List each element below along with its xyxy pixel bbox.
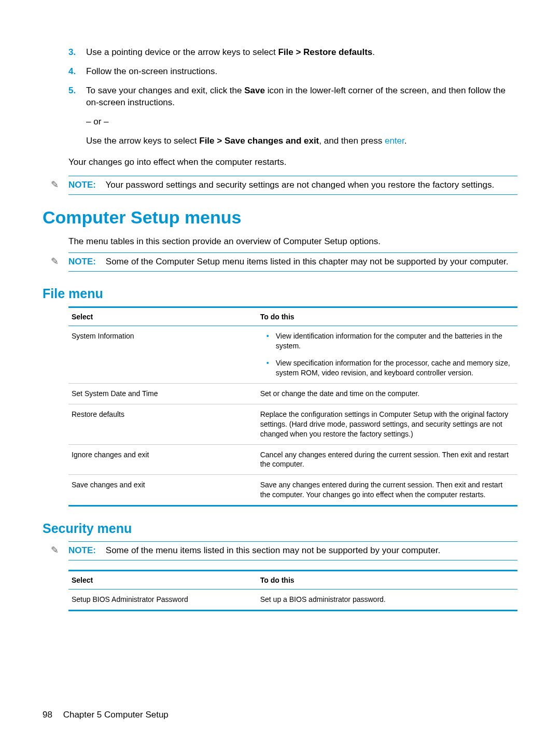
th-select: Select xyxy=(68,571,257,589)
cell-select: Setup BIOS Administrator Password xyxy=(68,589,257,611)
save-word: Save xyxy=(244,86,265,95)
chapter-label: Chapter 5 Computer Setup xyxy=(63,710,169,720)
restart-note: Your changes go into effect when the com… xyxy=(68,157,517,168)
note-block-2: ✎ NOTE: Some of the Computer Setup menu … xyxy=(68,252,517,272)
heading-security-menu: Security menu xyxy=(43,521,517,536)
note-label: NOTE: xyxy=(68,257,96,266)
step-5: 5. To save your changes and exit, click … xyxy=(68,85,517,147)
th-todo: To do this xyxy=(257,571,517,589)
note-text xyxy=(99,180,106,190)
file-menu-table: Select To do this System Information Vie… xyxy=(68,306,517,507)
note-icon: ✎ xyxy=(51,544,59,556)
note-block-3: ✎ NOTE: Some of the menu items listed in… xyxy=(68,541,517,560)
cell-todo: Set or change the date and time on the c… xyxy=(257,383,517,404)
document-page: 3. Use a pointing device or the arrow ke… xyxy=(0,0,560,611)
table-row: Set System Date and Time Set or change t… xyxy=(68,383,517,404)
page-number: 98 xyxy=(43,710,52,720)
step-3: 3. Use a pointing device or the arrow ke… xyxy=(68,47,517,59)
table-row: Ignore changes and exit Cancel any chang… xyxy=(68,444,517,475)
step-text-post: . xyxy=(372,47,375,57)
cell-todo: Set up a BIOS administrator password. xyxy=(257,589,517,611)
step-text: Use a pointing device or the arrow keys … xyxy=(86,47,278,57)
menu-path: File > Save changes and exit xyxy=(199,136,319,146)
intro-paragraph: The menu tables in this section provide … xyxy=(68,236,517,248)
heading-computer-setup-menus: Computer Setup menus xyxy=(43,207,517,228)
cell-todo: Replace the configuration settings in Co… xyxy=(257,404,517,444)
cell-select: Ignore changes and exit xyxy=(68,444,257,475)
menu-path: File > Restore defaults xyxy=(278,47,372,57)
cell-todo: Cancel any changes entered during the cu… xyxy=(257,444,517,475)
t: . xyxy=(404,136,407,146)
list-item: View identification information for the … xyxy=(270,331,514,351)
th-select: Select xyxy=(68,307,257,326)
note-label: NOTE: xyxy=(68,180,96,190)
cell-todo: Save any changes entered during the curr… xyxy=(257,475,517,506)
cell-select: Restore defaults xyxy=(68,404,257,444)
table-row: System Information View identification i… xyxy=(68,326,517,384)
note-text: Some of the Computer Setup menu items li… xyxy=(106,257,509,266)
step5-line1a: To save your changes and exit, click the xyxy=(86,86,244,95)
enter-key: enter xyxy=(385,136,404,146)
security-menu-table: Select To do this Setup BIOS Administrat… xyxy=(68,570,517,611)
cell-select: System Information xyxy=(68,326,257,384)
step-number: 5. xyxy=(68,85,76,97)
step-number: 4. xyxy=(68,66,76,78)
note-icon: ✎ xyxy=(51,178,59,191)
step-4: 4. Follow the on-screen instructions. xyxy=(68,66,517,78)
step5-line2: Use the arrow keys to select File > Save… xyxy=(86,135,517,147)
table-row: Restore defaults Replace the configurati… xyxy=(68,404,517,444)
cell-select: Set System Date and Time xyxy=(68,383,257,404)
table-row: Setup BIOS Administrator Password Set up… xyxy=(68,589,517,611)
note-text: Your password settings and security sett… xyxy=(106,180,495,190)
list-item: View specification information for the p… xyxy=(270,358,514,378)
note-text: Some of the menu items listed in this se… xyxy=(106,545,440,555)
cell-todo: View identification information for the … xyxy=(257,326,517,384)
step-number: 3. xyxy=(68,47,76,59)
table-row: Save changes and exit Save any changes e… xyxy=(68,475,517,506)
t: , and then press xyxy=(319,136,385,146)
cell-select: Save changes and exit xyxy=(68,475,257,506)
note-label: NOTE: xyxy=(68,545,96,555)
or-separator: – or – xyxy=(86,116,517,128)
t: Use the arrow keys to select xyxy=(86,136,199,146)
note-block-1: ✎ NOTE: Your password settings and secur… xyxy=(68,176,517,195)
heading-file-menu: File menu xyxy=(43,286,517,301)
page-footer: 98 Chapter 5 Computer Setup xyxy=(43,710,169,720)
th-todo: To do this xyxy=(257,307,517,326)
note-icon: ✎ xyxy=(51,255,59,268)
steps-list: 3. Use a pointing device or the arrow ke… xyxy=(68,47,517,147)
step-text: Follow the on-screen instructions. xyxy=(86,66,217,76)
